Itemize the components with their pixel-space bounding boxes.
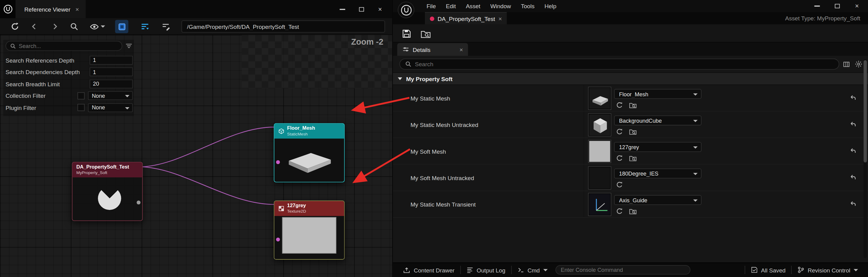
minimize-icon [340, 8, 345, 10]
minimize-button[interactable] [336, 4, 349, 14]
node-subtitle: StaticMesh [287, 132, 315, 136]
visibility-dropdown-button[interactable] [87, 20, 107, 33]
details-settings-button[interactable] [854, 60, 864, 68]
tab-close-icon[interactable]: × [75, 6, 79, 12]
reset-to-default-button[interactable] [848, 173, 858, 182]
browse-to-asset-button[interactable] [418, 27, 432, 40]
browse-to-asset-button[interactable] [628, 154, 637, 163]
input-pin[interactable] [276, 160, 280, 164]
asset-thumbnail-axis-guide[interactable] [589, 194, 611, 216]
referencers-depth-input[interactable] [90, 56, 133, 64]
reference-viewer-toolbar [0, 18, 392, 35]
column-splitter[interactable] [584, 165, 584, 191]
chevron-down-icon [125, 107, 130, 109]
use-selected-asset-button[interactable] [615, 181, 623, 189]
graph-node-da-propertysoft-test[interactable]: DA_PropertySoft_Test MyProperty_Soft [72, 162, 143, 221]
all-saved-button[interactable]: All Saved [745, 263, 791, 277]
input-pin[interactable] [276, 238, 280, 241]
close-button[interactable]: × [373, 4, 387, 14]
use-selected-asset-button[interactable] [615, 154, 623, 163]
menu-edit[interactable]: Edit [441, 0, 461, 12]
minimize-button[interactable] [810, 1, 824, 11]
details-scrollbar[interactable] [863, 59, 867, 258]
use-selected-asset-button[interactable] [615, 128, 623, 136]
menu-tools[interactable]: Tools [516, 0, 539, 12]
plugin-filter-checkbox[interactable] [78, 104, 85, 111]
menu-file[interactable]: File [422, 0, 441, 12]
display-options-button[interactable] [841, 60, 851, 68]
menu-help[interactable]: Help [539, 0, 561, 12]
find-path-button[interactable] [67, 20, 81, 33]
collection-filter-dropdown[interactable]: None [88, 92, 133, 100]
details-search-box[interactable] [399, 59, 839, 70]
asset-path-field[interactable] [182, 20, 385, 33]
edit-filters-button[interactable] [159, 20, 173, 33]
reset-to-default-button[interactable] [848, 146, 858, 156]
graph-node-127grey[interactable]: 127grey Texture2D [274, 201, 345, 260]
use-selected-asset-button[interactable] [615, 101, 623, 109]
titlebar-drag-area[interactable] [86, 0, 336, 18]
plugin-filter-dropdown[interactable]: None [88, 103, 133, 112]
unreal-logo-icon [400, 4, 412, 16]
asset-picker-dropdown[interactable]: Floor_Mesh [614, 89, 701, 99]
axis-guide-thumb-icon [589, 194, 611, 215]
graph-filter-options-button[interactable] [125, 42, 133, 49]
graph-search-input[interactable] [19, 43, 118, 49]
dependencies-depth-input[interactable] [90, 67, 133, 76]
tab-details[interactable]: Details × [397, 43, 468, 56]
category-my-property-soft[interactable]: My Property Soft [393, 72, 868, 85]
history-forward-button[interactable] [48, 20, 61, 33]
browse-to-asset-button[interactable] [628, 128, 637, 136]
asset-thumbnail-floor-mesh[interactable] [589, 87, 611, 109]
history-back-button[interactable] [28, 20, 41, 33]
breadth-limit-input[interactable] [90, 79, 133, 88]
column-splitter[interactable] [584, 85, 584, 111]
tab-close-icon[interactable]: × [460, 46, 463, 53]
all-saved-label: All Saved [761, 267, 785, 273]
maximize-button[interactable] [830, 1, 844, 11]
asset-picker-dropdown[interactable]: BackgroundCube [614, 115, 701, 126]
tab-da-propertysoft-test[interactable]: DA_PropertySoft_Test × [425, 12, 507, 24]
reference-graph[interactable]: Zoom -2 [0, 35, 392, 277]
maximize-button[interactable] [354, 4, 368, 14]
asset-picker-dropdown[interactable]: 127grey [614, 142, 701, 152]
texture-icon [278, 205, 284, 211]
content-drawer-button[interactable]: Content Drawer [397, 263, 460, 277]
output-log-button[interactable]: Output Log [461, 263, 510, 277]
column-splitter[interactable] [584, 138, 584, 164]
revision-control-button[interactable]: Revision Control [792, 263, 864, 277]
refresh-button[interactable] [8, 20, 22, 33]
tab-reference-viewer[interactable]: Reference Viewer × [16, 0, 86, 18]
asset-thumbnail-127grey[interactable] [589, 140, 611, 163]
asset-picker-dropdown[interactable]: 180Degree_IES [614, 169, 701, 179]
cmd-dropdown-button[interactable]: Cmd [512, 263, 553, 277]
graph-search-box[interactable] [5, 41, 122, 51]
output-pin[interactable] [136, 201, 141, 204]
asset-thumbnail-180degree-ies[interactable] [589, 167, 611, 189]
filter-sort-button[interactable] [138, 20, 152, 33]
console-command-input[interactable] [555, 265, 690, 275]
menu-window[interactable]: Window [486, 0, 516, 12]
reset-to-default-button[interactable] [848, 93, 858, 103]
save-button[interactable] [399, 27, 414, 40]
asset-picker-dropdown[interactable]: Axis_Guide [614, 195, 701, 205]
window-controls: × [810, 1, 864, 11]
ue-logo-large[interactable] [398, 2, 414, 18]
close-button[interactable]: × [850, 1, 864, 11]
duplicates-toggle-button[interactable] [115, 20, 128, 33]
browse-to-asset-button[interactable] [628, 101, 637, 109]
use-selected-asset-button[interactable] [615, 207, 623, 215]
scale-root: Reference Viewer × × [0, 0, 868, 277]
collection-filter-checkbox[interactable] [78, 92, 85, 99]
column-splitter[interactable] [584, 191, 584, 217]
column-splitter[interactable] [584, 111, 584, 137]
details-search-input[interactable] [415, 61, 834, 67]
asset-thumbnail-backgroundcube[interactable] [589, 114, 611, 136]
browse-to-asset-button[interactable] [628, 207, 637, 215]
tab-close-icon[interactable]: × [498, 15, 502, 22]
graph-node-floor-mesh[interactable]: Floor_Mesh StaticMesh [274, 123, 345, 182]
menu-asset[interactable]: Asset [461, 0, 486, 12]
scrollbar-thumb[interactable] [863, 60, 867, 163]
reset-to-default-button[interactable] [848, 119, 858, 129]
reset-to-default-button[interactable] [848, 199, 858, 209]
